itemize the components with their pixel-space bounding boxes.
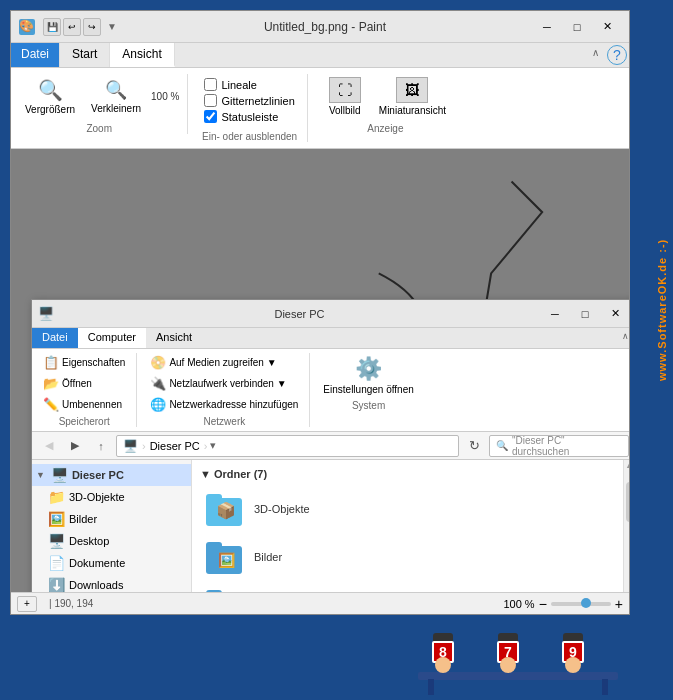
folder-item-3d[interactable]: 📦 3D-Objekte [200, 488, 615, 530]
auf-medien-button[interactable]: 📀 Auf Medien zugreifen ▼ [145, 353, 303, 372]
maximize-button[interactable]: □ [563, 16, 591, 38]
explorer-title-text: Dieser PC [58, 308, 541, 320]
miniaturansicht-button[interactable]: 🖼 Miniaturansicht [374, 74, 451, 119]
toggle-group-content: Lineale Gitternetzlinien Statusleiste [200, 74, 298, 127]
network-drive-icon: 🔌 [150, 376, 166, 391]
system-group: ⚙️ Einstellungen öffnen System [318, 353, 424, 411]
scroll-thumb[interactable] [626, 482, 630, 522]
speicherort-row: 📋 Eigenschaften 📂 Öffnen ✏️ Umbenennen [38, 353, 130, 414]
save-button[interactable]: 💾 [43, 18, 61, 36]
character-8: 8 [433, 633, 453, 673]
ribbon-collapse-btn[interactable]: ∧ [586, 43, 605, 67]
display-group: ⛶ Vollbild 🖼 Miniaturansicht Anzeige [320, 74, 459, 134]
tab-ansicht-paint[interactable]: Ansicht [110, 43, 174, 67]
einstellungen-button[interactable]: ⚙️ Einstellungen öffnen [318, 353, 418, 398]
vergrossern-button[interactable]: 🔍 Vergrößern [19, 74, 81, 119]
gitternetzlinien-option[interactable]: Gitternetzlinien [204, 94, 294, 107]
paint-window-controls: ─ □ ✕ [533, 16, 621, 38]
help-button[interactable]: ? [607, 45, 627, 65]
close-button[interactable]: ✕ [593, 16, 621, 38]
tab-start-paint[interactable]: Start [60, 43, 110, 67]
lineale-checkbox[interactable] [204, 78, 217, 91]
explorer-file-area[interactable]: ▼ Ordner (7) 📦 3D-Objekte [192, 460, 623, 592]
search-box[interactable]: 🔍 "Dieser PC" durchsuchen [489, 435, 629, 457]
explorer-ribbon-collapse[interactable]: ∧ [616, 328, 629, 348]
zoom-percent: 100 % [151, 91, 179, 102]
up-button[interactable]: ↑ [90, 436, 112, 456]
explorer-icon: 🖥️ [38, 306, 54, 321]
explorer-minimize-button[interactable]: ─ [541, 303, 569, 325]
gitternetzlinien-checkbox[interactable] [204, 94, 217, 107]
explorer-main: ▼ 🖥️ Dieser PC 📁 3D-Objekte 🖼️ Bilder 🖥️ [32, 460, 629, 592]
address-path[interactable]: 🖥️ › Dieser PC › ▾ [116, 435, 459, 457]
search-icon: 🔍 [496, 440, 508, 451]
explorer-tab-datei[interactable]: Datei [32, 328, 78, 348]
netzlaufwerk-button[interactable]: 🔌 Netzlaufwerk verbinden ▼ [145, 374, 303, 393]
path-home-icon: 🖥️ [123, 439, 138, 453]
add-view-button[interactable]: + [17, 596, 37, 612]
statusleiste-checkbox[interactable] [204, 110, 217, 123]
explorer-tab-computer[interactable]: Computer [78, 328, 146, 348]
sidebar-item-downloads[interactable]: ⬇️ Downloads [32, 574, 191, 592]
sidebar-item-dieser-pc[interactable]: ▼ 🖥️ Dieser PC [32, 464, 191, 486]
netzwerkadresse-button[interactable]: 🌐 Netzwerkadresse hinzufügen [145, 395, 303, 414]
folder-item-bilder[interactable]: 🖼️ Bilder [200, 536, 615, 578]
umbenennen-button[interactable]: ✏️ Umbenennen [38, 395, 130, 414]
sidebar-item-desktop[interactable]: 🖥️ Desktop [32, 530, 191, 552]
3d-label: 3D-Objekte [69, 491, 125, 503]
expand-icon: ▼ [36, 470, 45, 480]
zoom-group: 🔍 Vergrößern 🔍 Verkleinern 100 % Zoom [19, 74, 188, 134]
forward-button[interactable]: ▶ [64, 436, 86, 456]
sidebar-item-bilder[interactable]: 🖼️ Bilder [32, 508, 191, 530]
explorer-tab-ansicht[interactable]: Ansicht [146, 328, 202, 348]
explorer-vscroll[interactable]: ▲ ▼ [623, 460, 629, 592]
paint-ribbon-content: 🔍 Vergrößern 🔍 Verkleinern 100 % Zoom [11, 68, 629, 149]
paint-canvas-area[interactable]: 🖥️ Dieser PC ─ □ ✕ Datei Computer Ansich… [11, 149, 629, 592]
watermark: www.SoftwareOK.de :-) [651, 20, 673, 600]
quick-access-toolbar: 💾 ↩ ↪ ▼ [43, 18, 117, 36]
eigenschaften-button[interactable]: 📋 Eigenschaften [38, 353, 130, 372]
3d-icon: 📁 [48, 489, 65, 505]
lineale-option[interactable]: Lineale [204, 78, 294, 91]
redo-button[interactable]: ↪ [83, 18, 101, 36]
sidebar-item-dokumente[interactable]: 📄 Dokumente [32, 552, 191, 574]
folder-item-desktop[interactable]: 🖥️ Desktop [200, 584, 615, 592]
statusleiste-option[interactable]: Statusleiste [204, 110, 294, 123]
view-options: Lineale Gitternetzlinien Statusleiste [200, 74, 298, 127]
paint-app-icon: 🎨 [19, 19, 35, 35]
dokumente-label: Dokumente [69, 557, 125, 569]
offnen-button[interactable]: 📂 Öffnen [38, 374, 130, 393]
paint-ribbon-tabs: Datei Start Ansicht ∧ ? [11, 43, 629, 68]
explorer-address-bar: ◀ ▶ ↑ 🖥️ › Dieser PC › ▾ ↻ 🔍 "Dieser PC"… [32, 432, 629, 460]
thumbnail-icon: 🖼 [396, 77, 428, 103]
verkleinern-button[interactable]: 🔍 Verkleinern [85, 75, 147, 118]
netzwerk-group: 📀 Auf Medien zugreifen ▼ 🔌 Netzlaufwerk … [145, 353, 310, 427]
speicherort-group: 📋 Eigenschaften 📂 Öffnen ✏️ Umbenennen [38, 353, 137, 427]
bilder-label: Bilder [69, 513, 97, 525]
table-surface [418, 672, 618, 680]
tab-datei-paint[interactable]: Datei [11, 43, 60, 67]
back-button[interactable]: ◀ [38, 436, 60, 456]
explorer-maximize-button[interactable]: □ [571, 303, 599, 325]
character-7: 7 [498, 633, 518, 673]
path-separator: › [142, 440, 146, 452]
folder-expand-icon: ▼ [200, 468, 214, 480]
explorer-close-button[interactable]: ✕ [601, 303, 629, 325]
vollbild-button[interactable]: ⛶ Vollbild [320, 74, 370, 119]
pc-icon: 🖥️ [51, 467, 68, 483]
refresh-button[interactable]: ↻ [463, 436, 485, 456]
address-dropdown-btn[interactable]: ▾ [207, 439, 219, 452]
character-9: 9 [563, 633, 583, 673]
table-leg-left [428, 679, 434, 695]
netzwerk-label: Netzwerk [145, 416, 303, 427]
dokumente-icon: 📄 [48, 555, 65, 571]
sidebar-item-3d-objekte[interactable]: 📁 3D-Objekte [32, 486, 191, 508]
folder-thumb-desktop: 🖥️ [206, 588, 246, 592]
rename-icon: ✏️ [43, 397, 59, 412]
open-icon: 📂 [43, 376, 59, 391]
minimize-button[interactable]: ─ [533, 16, 561, 38]
scroll-up-btn[interactable]: ▲ [625, 460, 629, 470]
folder-3d-name: 3D-Objekte [254, 503, 310, 515]
display-group-label: Anzeige [367, 123, 403, 134]
undo-button[interactable]: ↩ [63, 18, 81, 36]
